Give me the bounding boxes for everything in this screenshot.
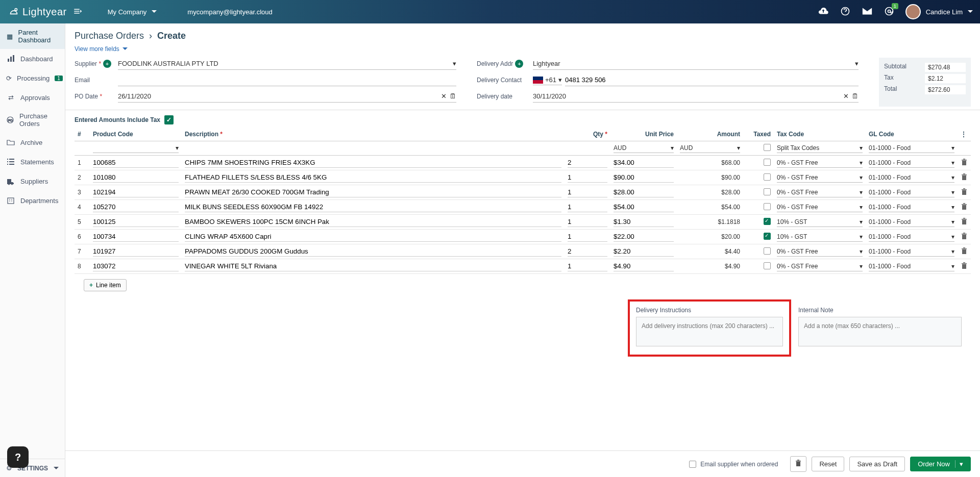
company-selector[interactable]: My Company: [108, 8, 157, 16]
taxcode-select[interactable]: 10% - GST▾: [777, 217, 863, 227]
delete-row-button[interactable]: [958, 200, 971, 215]
filter-code[interactable]: ▾: [93, 143, 179, 153]
country-code-select[interactable]: +61 ▾: [533, 75, 562, 85]
mail-icon[interactable]: [862, 6, 873, 18]
taxcode-select[interactable]: 0% - GST Free▾: [777, 262, 863, 271]
product-code-input[interactable]: [93, 202, 179, 212]
add-line-button[interactable]: +Line item: [84, 279, 127, 291]
taxcode-select[interactable]: 0% - GST Free▾: [777, 188, 863, 197]
glcode-select[interactable]: 01-1000 - Food▾: [869, 203, 954, 212]
calendar-icon[interactable]: 🗓: [450, 92, 456, 100]
unit-price-input[interactable]: [614, 202, 674, 212]
description-input[interactable]: [185, 246, 561, 257]
taxed-checkbox[interactable]: [764, 203, 771, 210]
product-code-input[interactable]: [93, 187, 179, 197]
description-input[interactable]: [185, 158, 561, 168]
description-input[interactable]: [185, 261, 561, 271]
delete-row-button[interactable]: [958, 156, 971, 170]
product-code-input[interactable]: [93, 217, 179, 227]
unit-price-input[interactable]: [614, 261, 674, 271]
unit-price-input[interactable]: [614, 158, 674, 168]
delete-row-button[interactable]: [958, 170, 971, 185]
order-now-button[interactable]: Order Now▾: [910, 457, 971, 471]
filter-taxcode[interactable]: Split Tax Codes▾: [777, 143, 863, 153]
sidebar-item-dashboard[interactable]: Dashboard: [0, 49, 65, 68]
unit-price-input[interactable]: [614, 172, 674, 183]
sidebar-item-departments[interactable]: Departments: [0, 191, 65, 210]
delivery-addr-select[interactable]: Lightyear▾: [533, 58, 859, 70]
taxed-checkbox[interactable]: [764, 262, 771, 269]
description-input[interactable]: [185, 187, 561, 197]
add-supplier-button[interactable]: +: [103, 60, 111, 68]
qty-input[interactable]: [568, 158, 607, 168]
sidebar-item-approvals[interactable]: ⇄Approvals: [0, 88, 65, 107]
taxed-checkbox[interactable]: [764, 218, 771, 225]
taxcode-select[interactable]: 10% - GST▾: [777, 232, 863, 242]
sidebar-item-archive[interactable]: Archive: [0, 133, 65, 152]
filter-taxed-checkbox[interactable]: [764, 144, 771, 151]
product-code-input[interactable]: [93, 158, 179, 168]
description-input[interactable]: [185, 232, 561, 242]
filter-gl[interactable]: 01-1000 - Food▾: [869, 143, 954, 153]
glcode-select[interactable]: 01-1000 - Food▾: [869, 188, 954, 197]
at-icon[interactable]: 1: [884, 6, 894, 18]
qty-input[interactable]: [568, 246, 607, 257]
upload-icon[interactable]: [818, 6, 829, 18]
email-input[interactable]: [118, 74, 456, 86]
qty-input[interactable]: [568, 202, 607, 212]
clear-icon[interactable]: ✕: [441, 92, 447, 100]
taxed-checkbox[interactable]: [764, 173, 771, 181]
help-fab[interactable]: ?: [7, 446, 29, 468]
description-input[interactable]: [185, 217, 561, 227]
email-supplier-toggle[interactable]: Email supplier when ordered: [689, 461, 778, 468]
taxcode-select[interactable]: 0% - GST Free▾: [777, 158, 863, 168]
taxed-checkbox[interactable]: [764, 188, 771, 195]
delivery-date-input[interactable]: 30/11/2020✕🗓: [533, 90, 859, 103]
sidebar-item-processing[interactable]: ⟳Processing1: [0, 68, 65, 88]
taxed-checkbox[interactable]: [764, 159, 771, 166]
description-input[interactable]: [185, 202, 561, 212]
calendar-icon[interactable]: 🗓: [852, 92, 859, 100]
qty-input[interactable]: [568, 261, 607, 271]
unit-price-input[interactable]: [614, 232, 674, 242]
delete-row-button[interactable]: [958, 215, 971, 230]
sidebar-item-purchase-orders[interactable]: POPurchase Orders: [0, 107, 65, 133]
sidebar-item-parent-dashboard[interactable]: ▦Parent Dashboard: [0, 23, 65, 49]
product-code-input[interactable]: [93, 172, 179, 183]
taxcode-select[interactable]: 0% - GST Free▾: [777, 203, 863, 212]
product-code-input[interactable]: [93, 261, 179, 271]
delete-row-button[interactable]: [958, 230, 971, 244]
unit-price-input[interactable]: [614, 246, 674, 257]
taxed-checkbox[interactable]: [764, 233, 771, 240]
sidebar-item-suppliers[interactable]: Suppliers: [0, 171, 65, 191]
reset-button[interactable]: Reset: [812, 457, 844, 471]
delete-button[interactable]: [790, 456, 806, 472]
glcode-select[interactable]: 01-1000 - Food▾: [869, 158, 954, 168]
delivery-instructions-input[interactable]: [636, 317, 783, 346]
qty-input[interactable]: [568, 232, 607, 242]
delete-row-button[interactable]: [958, 259, 971, 274]
taxed-checkbox[interactable]: [764, 247, 771, 255]
add-address-button[interactable]: +: [515, 60, 523, 68]
help-icon[interactable]: [840, 6, 850, 18]
glcode-select[interactable]: 01-1000 - Food▾: [869, 173, 954, 183]
view-more-fields[interactable]: View more fields: [65, 45, 980, 58]
qty-input[interactable]: [568, 217, 607, 227]
phone-input[interactable]: [565, 74, 859, 86]
unit-price-input[interactable]: [614, 217, 674, 227]
breadcrumb-root[interactable]: Purchase Orders: [75, 31, 144, 41]
glcode-select[interactable]: 01-1000 - Food▾: [869, 232, 954, 242]
glcode-select[interactable]: 01-1000 - Food▾: [869, 217, 954, 227]
glcode-select[interactable]: 01-1000 - Food▾: [869, 262, 954, 271]
taxcode-select[interactable]: 0% - GST Free▾: [777, 173, 863, 183]
internal-note-input[interactable]: [798, 317, 962, 346]
chevron-down-icon[interactable]: ▾: [955, 460, 963, 468]
filter-unit-currency[interactable]: AUD▾: [614, 143, 674, 153]
col-menu[interactable]: ⋮: [958, 128, 971, 141]
delete-row-button[interactable]: [958, 244, 971, 259]
user-menu[interactable]: Candice Lim: [905, 4, 973, 19]
po-date-input[interactable]: 26/11/2020✕🗓: [118, 90, 456, 103]
unit-price-input[interactable]: [614, 187, 674, 197]
save-draft-button[interactable]: Save as Draft: [849, 457, 905, 471]
taxcode-select[interactable]: 0% - GST Free▾: [777, 247, 863, 257]
